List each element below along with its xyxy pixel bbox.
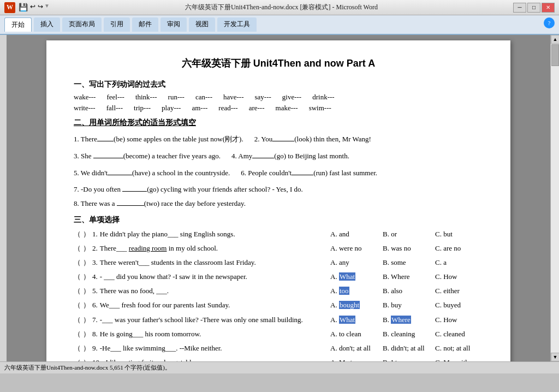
left-panel: [0, 35, 7, 361]
customize-icon[interactable]: ▼: [44, 3, 50, 12]
main-area: 六年级英语下册 Unit4Then and now Part A 一、写出下列动…: [0, 35, 559, 361]
mc-q3: （ ） 3. There weren't___ students in the …: [74, 257, 483, 269]
q8: 8. There was a (two) race the day before…: [74, 198, 483, 210]
document-area: 六年级英语下册 Unit4Then and now Part A 一、写出下列动…: [7, 35, 550, 361]
scroll-track[interactable]: [551, 44, 559, 353]
word-am: am---: [192, 104, 207, 112]
q1-left: 1. There(be) some apples on the table ju…: [74, 134, 243, 145]
tab-layout[interactable]: 页面布局: [62, 17, 102, 32]
tab-references[interactable]: 引用: [104, 17, 130, 32]
word-drink: drink---: [312, 93, 334, 102]
section2-q3: 5. We didn't(have) a school in the count…: [74, 165, 483, 182]
q7: 7. -Do you often (go) cycling with your …: [74, 184, 483, 195]
document-title: 六年级英语下册 Unit4Then and now Part A: [74, 57, 483, 70]
word-read: read---: [218, 104, 237, 112]
tab-home[interactable]: 开始: [4, 17, 32, 32]
mc-q10: （ ） 10. -I like eating fruit and vegetab…: [74, 357, 483, 361]
quick-access-toolbar: 💾 ↩ ↪ ▼: [19, 3, 50, 12]
maximize-button[interactable]: □: [527, 3, 540, 13]
word-swim: swim---: [309, 104, 331, 112]
word-write: write---: [74, 104, 96, 112]
section3-header: 三、单项选择: [74, 215, 483, 225]
section1-words: wake--- feel--- think--- run--- can--- h…: [74, 93, 483, 102]
word-can: can---: [195, 93, 212, 102]
word-run: run---: [168, 93, 185, 102]
section2-q1: 1. There(be) some apples on the table ju…: [74, 131, 483, 148]
ribbon-tabs: 开始 插入 页面布局 引用 邮件 审阅 视图 开发工具 ?: [0, 15, 559, 35]
status-text: 六年级英语下册Unit4Then-and-now.docx 5,651 个字符(…: [4, 364, 171, 372]
close-button[interactable]: ✕: [542, 3, 555, 13]
word-say: say---: [255, 93, 271, 102]
minimize-button[interactable]: ─: [513, 3, 526, 13]
word-think: think---: [135, 93, 157, 102]
tab-mailings[interactable]: 邮件: [132, 17, 158, 32]
word-make: make---: [276, 104, 298, 112]
vertical-scrollbar[interactable]: ▲ ▼: [550, 35, 559, 361]
q2-left: 3. She (become) a teacher five years ago…: [74, 151, 221, 162]
help-icon[interactable]: ?: [544, 17, 555, 28]
title-bar: W 💾 ↩ ↪ ▼ 六年级英语下册Unit4Then-and-now.docx …: [0, 0, 559, 15]
mc-q7: （ ） 7. -___ was your father's school lik…: [74, 314, 483, 326]
mc-q2: （ ） 2. There___ reading room in my old s…: [74, 242, 483, 254]
word-icon: W: [4, 2, 15, 13]
section2-q2: 3. She (become) a teacher five years ago…: [74, 148, 483, 165]
q3-right: 6. People couldn't(run) fast last summer…: [241, 168, 377, 179]
tab-developer[interactable]: 开发工具: [217, 17, 257, 32]
window-controls: ─ □ ✕: [513, 3, 555, 13]
word-give: give---: [282, 93, 301, 102]
mc-q4: （ ） 4. - ___ did you know that? -I saw i…: [74, 271, 483, 283]
mc-q5: （ ） 5. There was no food, ___. A. too B.…: [74, 285, 483, 297]
scroll-up-button[interactable]: ▲: [551, 35, 559, 44]
redo-icon[interactable]: ↪: [38, 3, 43, 12]
mc-q6: （ ） 6. We___ fresh food for our parents …: [74, 299, 483, 311]
word-trip: trip---: [134, 104, 151, 112]
save-icon[interactable]: 💾: [19, 3, 28, 12]
window-title: 六年级英语下册Unit4Then-and-now.docx [兼容模式] - M…: [50, 3, 513, 12]
scroll-down-button[interactable]: ▼: [551, 353, 559, 361]
q1-right: 2. You(look) thin then, Mr Wang!: [254, 134, 371, 145]
section2-header: 二、用单词所给形式的适当形式填空: [74, 118, 483, 128]
tab-view[interactable]: 视图: [189, 17, 215, 32]
word-wake: wake---: [74, 93, 96, 102]
tab-insert[interactable]: 插入: [34, 17, 60, 32]
mc-q9: （ ） 9. -He___ like swimming___. --Mike n…: [74, 342, 483, 354]
mc-q8: （ ） 8. He is going___ his room tomorrow.…: [74, 328, 483, 340]
undo-icon[interactable]: ↩: [30, 3, 35, 12]
status-bar: 六年级英语下册Unit4Then-and-now.docx 5,651 个字符(…: [0, 361, 559, 373]
word-play: play---: [162, 104, 181, 112]
q2-right: 4. Amy(go) to Beijing last month.: [231, 151, 349, 162]
word-feel: feel---: [106, 93, 124, 102]
scroll-thumb[interactable]: [551, 44, 559, 66]
section1-words-row2: write--- fall--- trip--- play--- am--- r…: [74, 104, 483, 112]
mc-q1: （ ） 1. He didn't play the piano___ sing …: [74, 228, 483, 240]
document-page: 六年级英语下册 Unit4Then and now Part A 一、写出下列动…: [46, 40, 510, 361]
word-are: are---: [249, 104, 265, 112]
q3-left: 5. We didn't(have) a school in the count…: [74, 168, 230, 179]
word-have: have---: [223, 93, 244, 102]
tab-review[interactable]: 审阅: [160, 17, 187, 32]
word-fall: fall---: [106, 104, 123, 112]
section1-header: 一、写出下列动词的过去式: [74, 80, 483, 90]
title-bar-left: W 💾 ↩ ↪ ▼: [4, 2, 50, 13]
